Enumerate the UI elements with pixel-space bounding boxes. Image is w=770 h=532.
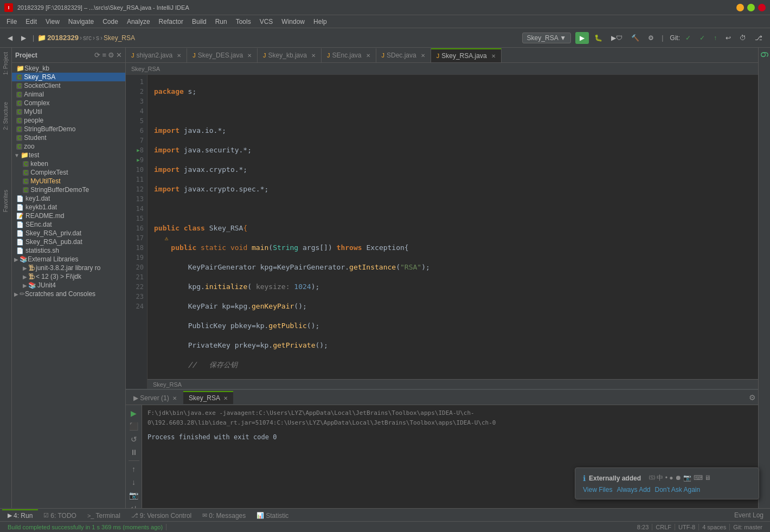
tree-item-zoo[interactable]: C zoo: [12, 142, 125, 151]
tree-item-socket-client[interactable]: C SocketClient: [12, 81, 125, 90]
menu-view[interactable]: View: [41, 17, 64, 27]
tab-skey-rsa[interactable]: J Skey_RSA.java ✕: [431, 48, 502, 62]
menu-run[interactable]: Run: [211, 17, 232, 27]
tab-senc[interactable]: J SEnc.java ✕: [322, 48, 376, 62]
close-tab-rsa[interactable]: ✕: [491, 53, 496, 59]
run-screenshot-button[interactable]: 📷: [127, 489, 140, 501]
structure-panel-toggle[interactable]: 2: Structure: [2, 100, 10, 132]
tree-item-senc[interactable]: 📄 SEnc.dat: [12, 220, 125, 229]
git-update-button[interactable]: ✓: [696, 32, 708, 44]
tab-shiyan2[interactable]: J shiyan2.java ✕: [126, 48, 187, 62]
git-commit-button[interactable]: ✓: [682, 32, 694, 44]
always-add-link[interactable]: Always Add: [617, 486, 650, 493]
menu-window[interactable]: Window: [277, 17, 309, 27]
tree-item-student[interactable]: C Student: [12, 133, 125, 142]
tree-item-jdk[interactable]: ▶ 🗜 < 12 (3) > Fi\jdk: [12, 272, 125, 281]
tree-item-junit[interactable]: ▶ 🗜 junit-3.8.2.jar library ro: [12, 264, 125, 272]
tree-item-junit4[interactable]: ▶ 📚 JUnit4: [12, 281, 125, 290]
tree-item-keykb1[interactable]: 📄 keykb1.dat: [12, 203, 125, 211]
tree-item-scratches[interactable]: ▶ ✏ Scratches and Consoles: [12, 290, 125, 298]
tab-sdec[interactable]: J SDec.java ✕: [376, 48, 431, 62]
settings-button[interactable]: ⚙: [645, 32, 657, 44]
git-rollback-button[interactable]: ↩: [722, 32, 734, 44]
tree-item-skey-pub[interactable]: 📄 Skey_RSA_pub.dat: [12, 238, 125, 246]
tree-item-animal[interactable]: C Animal: [12, 90, 125, 99]
code-editor[interactable]: 1 2 3 4 5 6 7 ▶8 ▶9 10 11 12 13 14 15 16: [126, 75, 758, 389]
tree-item-readme[interactable]: 📝 README.md: [12, 211, 125, 220]
close-tab-des[interactable]: ✕: [247, 53, 252, 59]
bottom-tab-statistic[interactable]: 📊 Statistic: [251, 509, 294, 521]
tree-item-myutiltest[interactable]: C MyUtilTest: [12, 177, 125, 185]
tree-item-keben[interactable]: C keben: [12, 159, 125, 168]
run-play-button[interactable]: ▶: [129, 407, 138, 419]
menu-refactor[interactable]: Refactor: [155, 17, 188, 27]
tree-item-stringbuffer[interactable]: C StringBufferDemo: [12, 125, 125, 133]
menu-analyze[interactable]: Analyze: [123, 17, 155, 27]
git-history-button[interactable]: ⏱: [736, 32, 749, 44]
project-panel-toggle[interactable]: 1: Project: [2, 50, 10, 77]
back-button[interactable]: ◀: [4, 32, 16, 44]
close-tab-shiyan2[interactable]: ✕: [177, 53, 181, 59]
gear-icon[interactable]: ⚙: [108, 51, 114, 59]
maximize-button[interactable]: [747, 4, 755, 11]
menu-edit[interactable]: Edit: [21, 17, 41, 27]
code-text[interactable]: package s; import java.io.*; import java…: [147, 75, 758, 389]
tree-item-skey-rsa[interactable]: C Skey_RSA: [12, 73, 125, 81]
menu-help[interactable]: Help: [309, 17, 331, 27]
tree-item-complextest[interactable]: C ComplexTest: [12, 168, 125, 177]
tab-skey-kb[interactable]: J Skey_kb.java ✕: [258, 48, 322, 62]
tree-item-key1[interactable]: 📄 key1.dat: [12, 194, 125, 203]
collapse-icon[interactable]: ≡: [102, 51, 106, 59]
event-log-button[interactable]: Event Log: [730, 510, 768, 521]
run-tab-server[interactable]: ▶ Server (1) ✕: [128, 391, 182, 404]
run-coverage-button[interactable]: ▶🛡: [608, 32, 626, 44]
close-run-rsa[interactable]: ✕: [223, 395, 228, 401]
menu-tools[interactable]: Tools: [232, 17, 255, 27]
debug-button[interactable]: 🐛: [591, 32, 606, 44]
menu-vcs[interactable]: VCS: [255, 17, 278, 27]
tree-item-complex[interactable]: C Complex: [12, 99, 125, 107]
tree-item-skey-kb[interactable]: 📁 Skey_kb: [12, 64, 125, 73]
git-push-button[interactable]: ↑: [710, 32, 720, 44]
build-button[interactable]: 🔨: [628, 32, 643, 44]
run-button[interactable]: ▶: [575, 32, 589, 44]
bottom-tab-version-control[interactable]: ⎇ 9: Version Control: [126, 509, 197, 521]
run-stop-button[interactable]: ⬛: [127, 420, 140, 432]
close-panel-icon[interactable]: ✕: [116, 51, 122, 59]
tree-item-myutil[interactable]: C MyUtil: [12, 107, 125, 116]
tree-item-skey-priv[interactable]: 📄 Skey_RSA_priv.dat: [12, 229, 125, 238]
run-scroll-up-button[interactable]: ↑: [130, 463, 137, 475]
tree-item-people[interactable]: C people: [12, 116, 125, 125]
sync-icon[interactable]: ⟳: [94, 51, 100, 59]
tree-item-statistics[interactable]: 📄 statistics.sh: [12, 246, 125, 255]
git-branch-button[interactable]: ⎇: [752, 32, 766, 44]
bottom-tab-run[interactable]: ▶ 4: Run: [2, 509, 38, 521]
right-panel-toggle[interactable]: 6: [757, 50, 770, 59]
close-button[interactable]: [758, 4, 766, 11]
bottom-tab-todo[interactable]: ☑ 6: TODO: [38, 509, 82, 521]
close-run-server[interactable]: ✕: [172, 395, 177, 401]
minimize-button[interactable]: [736, 4, 744, 11]
run-soft-wrap-button[interactable]: ↵: [129, 502, 139, 508]
tab-skey-des[interactable]: J Skey_DES.java ✕: [187, 48, 258, 62]
tree-item-test[interactable]: ▼ 📁 test: [12, 151, 125, 159]
tree-item-ext-libs[interactable]: ▶ 📚 External Libraries: [12, 255, 125, 264]
close-tab-kb[interactable]: ✕: [311, 53, 316, 59]
tree-item-stringbufferdemo[interactable]: C StringBufferDemoTe: [12, 185, 125, 194]
run-config-dropdown[interactable]: Skey_RSA ▼: [522, 33, 572, 43]
close-tab-sdec[interactable]: ✕: [421, 53, 425, 59]
dont-ask-link[interactable]: Don't Ask Again: [655, 486, 701, 493]
run-scroll-down-button[interactable]: ↓: [130, 476, 137, 488]
menu-navigate[interactable]: Navigate: [64, 17, 98, 27]
run-rerun-button[interactable]: ↺: [129, 433, 139, 445]
run-tab-skey-rsa[interactable]: Skey_RSA ✕: [183, 391, 233, 404]
run-settings-icon[interactable]: ⚙: [749, 393, 756, 402]
forward-button[interactable]: ▶: [18, 32, 29, 44]
favorites-toggle[interactable]: Favorites: [2, 188, 10, 214]
menu-code[interactable]: Code: [98, 17, 123, 27]
close-tab-senc[interactable]: ✕: [366, 53, 370, 59]
run-pause-button[interactable]: ⏸: [129, 446, 139, 458]
menu-build[interactable]: Build: [188, 17, 211, 27]
menu-file[interactable]: File: [2, 17, 21, 27]
view-files-link[interactable]: View Files: [583, 486, 612, 493]
